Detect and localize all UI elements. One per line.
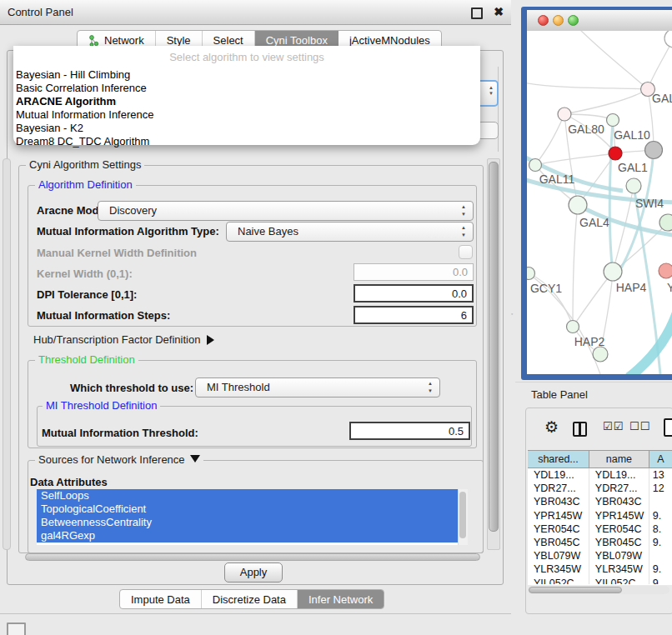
network-node[interactable] (659, 214, 672, 231)
minimize-traffic-light-icon[interactable] (553, 15, 564, 26)
tab-infer-network[interactable]: Infer Network (298, 590, 384, 608)
network-node[interactable] (567, 321, 579, 333)
unchecked-columns-icon[interactable]: ☐☐ (629, 420, 650, 432)
table-toolbar: ⚙ ☑☑ ☐☐ (526, 408, 672, 448)
network-node[interactable] (527, 268, 535, 280)
table-header-row: shared... name A (528, 450, 672, 468)
aracne-mode-combobox[interactable]: Discovery ▲▼ (98, 201, 474, 221)
network-view-window[interactable]: GALGAL80GAL10GAL1GAL11SWI4GAL4GCY1HAP4YH… (521, 7, 672, 380)
float-window-icon[interactable] (471, 8, 483, 19)
network-node[interactable] (626, 178, 641, 193)
algorithm-option[interactable]: ARACNE Algorithm (13, 95, 480, 108)
cyni-bottom-tabs: Impute Data Discretize Data Infer Networ… (119, 589, 384, 609)
which-threshold-combobox[interactable]: MI Threshold ▲▼ (195, 378, 440, 398)
algorithm-option[interactable]: Mutual Information Inference (13, 108, 480, 122)
tab-label: Network (104, 34, 144, 47)
dpi-tolerance-label: DPI Tolerance [0,1]: (37, 288, 137, 301)
dock-panel-icon[interactable] (7, 622, 26, 635)
table-row[interactable]: YER054C YER054C 8. (528, 522, 672, 536)
left-scroll-strip[interactable] (3, 158, 11, 550)
algorithm-option[interactable]: Basic Correlation Inference (13, 82, 480, 95)
algorithm-option[interactable]: Dream8 DC_TDC Algorithm (13, 135, 480, 148)
network-node[interactable] (604, 262, 622, 281)
control-panel-titlebar: Control Panel ✖ (0, 0, 511, 25)
which-threshold-label: Which threshold to use: (70, 382, 193, 394)
network-node-label: HAP2 (574, 335, 605, 348)
table-body: YDL19... YDL19... 13 YDR27... YDR27... 1… (528, 468, 672, 584)
scrollbar-thumb[interactable] (529, 587, 622, 593)
network-node[interactable] (664, 31, 672, 48)
node-table: shared... name A YDL19... YDL19... 13 YD… (528, 450, 672, 585)
dropdown-items: Bayesian - Hill Climbing Basic Correlati… (13, 68, 480, 148)
group-title: Cyni Algorithm Settings (26, 158, 144, 171)
column-layout-icon[interactable] (573, 422, 587, 437)
vertical-scrollbar[interactable] (487, 158, 500, 550)
table-row[interactable]: YIL052C YIL052C 9 (528, 577, 672, 585)
gear-icon[interactable]: ⚙ (544, 418, 559, 437)
network-node[interactable] (593, 347, 608, 362)
data-attributes-label: Data Attributes (30, 476, 108, 488)
sources-toggle[interactable]: Sources for Network Inference (35, 453, 203, 466)
network-node-label: GAL80 (568, 122, 604, 136)
scrollbar-thumb[interactable] (25, 553, 480, 561)
network-node[interactable] (659, 263, 672, 278)
column-header-partial[interactable]: A (649, 451, 672, 468)
network-node[interactable] (569, 196, 587, 214)
algorithm-option[interactable]: Bayesian - Hill Climbing (13, 68, 480, 82)
manual-kernel-checkbox[interactable] (459, 245, 473, 259)
close-traffic-light-icon[interactable] (538, 15, 549, 26)
list-scrollbar[interactable] (458, 489, 468, 545)
checked-columns-icon[interactable]: ☑☑ (603, 420, 624, 432)
apply-button[interactable]: Apply (224, 562, 283, 582)
document-icon[interactable] (664, 418, 672, 437)
data-attribute-item[interactable]: SelfLoops (37, 489, 468, 502)
data-attribute-item[interactable]: BetweennessCentrality (37, 516, 468, 529)
scrollbar-thumb[interactable] (489, 162, 499, 532)
mi-steps-field[interactable]: 6 (354, 306, 474, 324)
column-header-shared[interactable]: shared... (528, 451, 589, 468)
network-canvas[interactable]: GALGAL80GAL10GAL1GAL11SWI4GAL4GCY1HAP4YH… (527, 31, 672, 374)
column-header-name[interactable]: name (589, 451, 649, 468)
table-row[interactable]: YBR045C YBR045C 9. (528, 536, 672, 549)
hub-definition-toggle[interactable]: Hub/Transcription Factor Definition (33, 333, 214, 346)
tab-impute-data[interactable]: Impute Data (120, 590, 202, 608)
dpi-tolerance-field[interactable]: 0.0 (354, 284, 474, 302)
mi-threshold-field[interactable]: 0.5 (349, 422, 470, 440)
scrollbar-thumb[interactable] (459, 492, 466, 538)
network-node-label: GCY1 (530, 282, 562, 295)
group-title: MI Threshold Definition (43, 399, 160, 412)
mi-steps-label: Mutual Information Steps: (37, 309, 170, 322)
table-panel-title: Table Panel (531, 388, 588, 401)
network-node[interactable] (609, 147, 622, 160)
network-node[interactable] (607, 114, 619, 127)
algorithm-option[interactable]: Bayesian - K2 (13, 122, 480, 135)
hidden-groupbox-edge (498, 67, 499, 152)
table-row[interactable]: YLR345W YLR345W 9. (528, 562, 672, 576)
table-row[interactable]: YBR043C YBR043C (528, 495, 672, 508)
data-attributes-list[interactable]: SelfLoops TopologicalCoefficient Between… (37, 489, 468, 545)
network-node-label: Y (667, 281, 672, 294)
table-row[interactable]: YPR145W YPR145W 9. (528, 509, 672, 522)
network-node-label: GAL (652, 92, 672, 105)
horizontal-scrollbar[interactable] (25, 553, 480, 562)
network-node[interactable] (529, 159, 542, 172)
tab-discretize-data[interactable]: Discretize Data (202, 590, 298, 608)
combo-value: Discovery (109, 204, 157, 217)
splitter-handle[interactable]: ◦ (511, 312, 515, 316)
table-horizontal-scrollbar[interactable] (528, 586, 669, 594)
close-icon[interactable]: ✖ (494, 5, 504, 18)
combo-arrows-icon: ▲▼ (461, 224, 466, 239)
table-row[interactable]: YDR27... YDR27... 12 (528, 482, 672, 495)
data-attribute-item[interactable]: gal4RGexp (37, 529, 468, 542)
network-node-label: GAL10 (614, 128, 650, 142)
panel-divider (515, 382, 672, 382)
network-window-titlebar[interactable] (527, 10, 672, 32)
network-node[interactable] (558, 108, 571, 121)
zoom-traffic-light-icon[interactable] (568, 15, 579, 26)
table-row[interactable]: YBL079W YBL079W (528, 549, 672, 562)
table-row[interactable]: YDL19... YDL19... 13 (528, 468, 672, 482)
mi-type-combobox[interactable]: Naive Bayes ▲▼ (226, 222, 474, 242)
network-node-label: SWI4 (635, 197, 664, 210)
data-attribute-item[interactable]: TopologicalCoefficient (37, 502, 468, 516)
network-node[interactable] (645, 142, 663, 159)
